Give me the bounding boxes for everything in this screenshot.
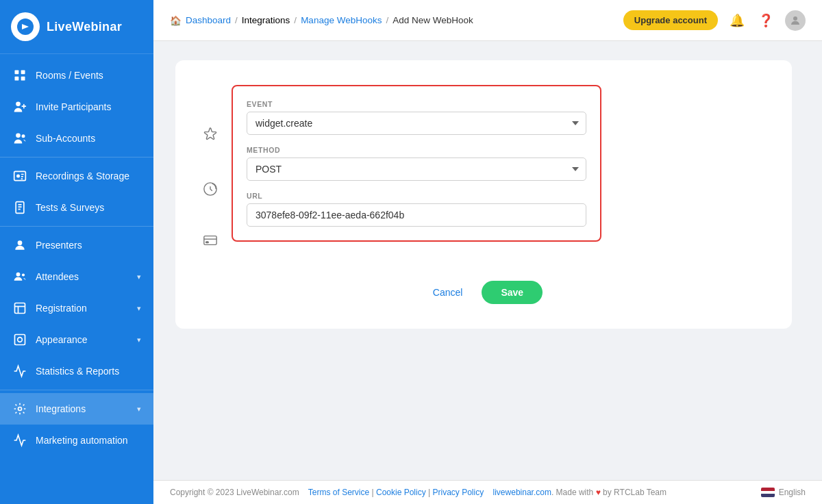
made-with-text: Made with <box>556 488 594 497</box>
form-actions: Cancel Save <box>203 281 764 304</box>
svg-rect-23 <box>15 335 25 345</box>
registration-chevron-icon: ▾ <box>137 304 141 313</box>
svg-rect-29 <box>206 242 209 243</box>
invite-icon <box>12 99 27 114</box>
sidebar-nav: Rooms / Events Invite Participants Sub-A… <box>0 54 153 504</box>
main-content: 🏠 Dashboard / Integrations / Manage WebH… <box>153 0 822 504</box>
form-icons-column <box>203 85 218 264</box>
sidebar-item-appearance[interactable]: Appearance ▾ <box>0 324 153 355</box>
nav-divider-2 <box>0 226 153 227</box>
svg-point-7 <box>22 134 25 138</box>
marketing-icon <box>12 433 27 448</box>
svg-rect-3 <box>15 77 19 81</box>
content-area: EVENT widget.create widget.update widget… <box>153 41 822 480</box>
header: 🏠 Dashboard / Integrations / Manage WebH… <box>153 0 822 41</box>
breadcrumb-current: Add New WebHook <box>393 15 473 25</box>
sidebar-item-recordings[interactable]: Recordings & Storage <box>0 160 153 192</box>
url-row-icon <box>203 216 218 264</box>
sidebar-item-label-invite: Invite Participants <box>36 101 112 112</box>
svg-rect-20 <box>15 303 25 314</box>
sidebar-item-label-subaccounts: Sub-Accounts <box>36 133 95 144</box>
svg-rect-2 <box>21 71 25 75</box>
sidebar-item-label-integrations: Integrations <box>36 403 86 414</box>
site-link[interactable]: livewebinar.com <box>493 488 551 497</box>
svg-rect-12 <box>21 178 23 179</box>
footer-left: Copyright © 2023 LiveWebinar.com Terms o… <box>170 488 667 497</box>
svg-point-19 <box>22 273 25 276</box>
svg-rect-4 <box>21 77 25 81</box>
home-icon: 🏠 <box>170 15 182 26</box>
by-text: by RTCLab Team <box>603 488 667 497</box>
method-label: METHOD <box>247 146 586 154</box>
svg-point-9 <box>16 175 20 178</box>
form-card: EVENT widget.create widget.update widget… <box>175 60 792 329</box>
registration-icon <box>12 301 27 316</box>
event-row-icon <box>203 107 218 162</box>
breadcrumb-webhooks[interactable]: Manage WebHooks <box>301 15 382 25</box>
nav-divider-1 <box>0 157 153 158</box>
statistics-icon <box>12 364 27 379</box>
url-label: URL <box>247 192 586 200</box>
terms-link[interactable]: Terms of Service <box>308 488 369 497</box>
copyright-text: Copyright © 2023 LiveWebinar.com <box>170 488 299 497</box>
method-row-icon <box>203 162 218 216</box>
sidebar-item-registration[interactable]: Registration ▾ <box>0 292 153 324</box>
sidebar-item-label-statistics: Statistics & Reports <box>36 366 119 377</box>
sidebar-item-presenters[interactable]: Presenters <box>0 229 153 261</box>
appearance-icon <box>12 332 27 347</box>
sidebar-item-label-tests: Tests & Surveys <box>36 202 104 213</box>
integrations-chevron-icon: ▾ <box>137 405 141 414</box>
breadcrumb-dashboard[interactable]: Dashboard <box>186 15 231 25</box>
sidebar-item-integrations[interactable]: Integrations ▾ <box>0 393 153 425</box>
sidebar-item-invite[interactable]: Invite Participants <box>0 91 153 123</box>
upgrade-button[interactable]: Upgrade account <box>623 10 718 30</box>
sidebar-item-marketing[interactable]: Marketing automation <box>0 425 153 456</box>
svg-point-25 <box>18 407 22 411</box>
sidebar-item-tests[interactable]: Tests & Surveys <box>0 192 153 223</box>
save-button[interactable]: Save <box>482 281 543 304</box>
event-label: EVENT <box>247 100 586 108</box>
sidebar-item-label-attendees: Attendees <box>36 271 79 282</box>
svg-rect-1 <box>15 71 19 75</box>
breadcrumb-integrations: Integrations <box>242 15 290 25</box>
svg-point-6 <box>16 134 21 138</box>
sidebar-item-label-presenters: Presenters <box>36 240 82 251</box>
appearance-chevron-icon: ▾ <box>137 336 141 344</box>
sidebar-item-statistics[interactable]: Statistics & Reports <box>0 355 153 387</box>
breadcrumb: 🏠 Dashboard / Integrations / Manage WebH… <box>170 15 473 26</box>
footer: Copyright © 2023 LiveWebinar.com Terms o… <box>153 480 822 504</box>
presenters-icon <box>12 238 27 253</box>
url-field-group: URL <box>247 192 586 227</box>
sidebar-item-label-appearance: Appearance <box>36 334 88 345</box>
webhook-form-box: EVENT widget.create widget.update widget… <box>232 85 601 242</box>
event-field-group: EVENT widget.create widget.update widget… <box>247 100 586 135</box>
method-field-group: METHOD POST GET PUT DELETE <box>247 146 586 181</box>
method-select[interactable]: POST GET PUT DELETE <box>247 158 586 181</box>
sidebar-item-label-recordings: Recordings & Storage <box>36 171 129 181</box>
privacy-link[interactable]: Privacy Policy <box>433 488 484 497</box>
event-select[interactable]: widget.create widget.update widget.delet… <box>247 112 586 135</box>
flag-icon <box>761 488 775 497</box>
svg-rect-11 <box>21 176 23 177</box>
avatar[interactable] <box>785 10 806 31</box>
attendees-icon <box>12 269 27 284</box>
svg-point-5 <box>16 102 21 107</box>
notifications-icon[interactable]: 🔔 <box>727 11 747 30</box>
nav-divider-3 <box>0 390 153 390</box>
sidebar-logo[interactable]: LiveWebinar <box>0 0 153 54</box>
cancel-button[interactable]: Cancel <box>425 281 471 303</box>
help-icon[interactable]: ❓ <box>756 11 775 30</box>
sidebar-item-rooms[interactable]: Rooms / Events <box>0 60 153 91</box>
sidebar-item-subaccounts[interactable]: Sub-Accounts <box>0 123 153 154</box>
sidebar-item-label-registration: Registration <box>36 303 87 314</box>
sidebar-item-attendees[interactable]: Attendees ▾ <box>0 261 153 292</box>
recordings-icon <box>12 168 27 184</box>
language-label[interactable]: English <box>779 488 806 497</box>
svg-point-17 <box>18 240 23 245</box>
url-input[interactable] <box>247 203 586 227</box>
integrations-icon <box>12 401 27 416</box>
sidebar-item-label-marketing: Marketing automation <box>36 435 128 446</box>
sidebar: LiveWebinar Rooms / Events Invite Partic… <box>0 0 153 504</box>
svg-point-18 <box>16 273 21 277</box>
cookie-link[interactable]: Cookie Policy <box>376 488 426 497</box>
